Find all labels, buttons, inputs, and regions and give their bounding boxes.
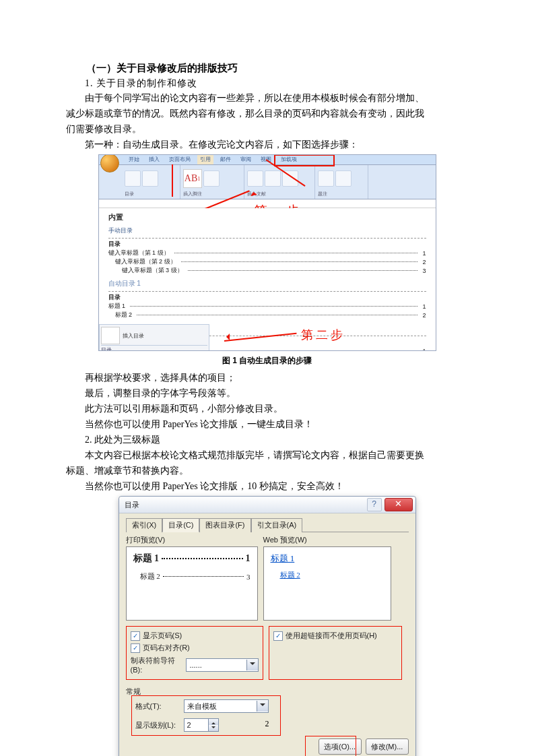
checkbox-right-align[interactable]: ✓	[131, 643, 140, 653]
toc-row: 键入章标题（第 3 级）	[122, 266, 183, 275]
checkbox-show-page[interactable]: ✓	[131, 631, 140, 641]
paragraph-line: 第一种：自动生成目录。在修改完论文内容后，如下图选择步骤：	[66, 137, 468, 152]
red-highlight-box: ✓显示页码(S) ✓页码右对齐(R) 制表符前导符(B): ......	[126, 626, 263, 680]
red-highlight-box	[274, 154, 335, 166]
chevron-down-icon	[246, 660, 258, 670]
chevron-down-icon	[257, 701, 268, 712]
web-preview-box: 标题 1 标题 2	[263, 546, 391, 621]
dialog-titlebar: 目录 ? ✕	[119, 497, 415, 513]
combo-value: 来自模板	[187, 701, 217, 712]
ribbon-button	[318, 170, 334, 187]
page-number: 2	[0, 719, 534, 729]
toc-page: 2	[422, 259, 426, 265]
toc-icon	[101, 327, 120, 344]
tab: 页面布局	[166, 155, 193, 164]
toc-page: 1	[422, 348, 426, 352]
red-annotation-line	[172, 164, 173, 197]
paragraph-line: 此方法可以引用标题和页码，小部分修改目录。	[66, 402, 468, 416]
combo-value: ......	[189, 661, 201, 669]
toc-gallery: 内置 手动目录 目录 键入章标题（第 1 级）1 键入章标题（第 2 级）2 键…	[99, 208, 436, 351]
toc-preset-label: 自动目录 1	[108, 279, 426, 288]
format-label: 格式(T):	[135, 701, 180, 712]
figure-caption: 图 1 自动生成目录的步骤	[66, 355, 468, 367]
web-preview-heading-2: 标题 2	[280, 570, 384, 580]
tab-citations[interactable]: 引文目录(A)	[251, 518, 303, 532]
red-highlight-box: ✓使用超链接而不使用页码(H)	[269, 626, 402, 680]
tab-leader-label: 制表符前导符(B):	[131, 656, 182, 674]
office-button-icon	[100, 154, 119, 172]
modify-button[interactable]: 修改(M)...	[366, 738, 409, 755]
gallery-section-label: 内置	[108, 212, 426, 222]
footnote-icon: AB1	[183, 169, 202, 188]
tab: 视图	[258, 155, 274, 164]
sub-heading-2: 2. 此处为三级标题	[66, 433, 468, 447]
paragraph-line: 们需要修改目录。	[66, 122, 468, 136]
sub-heading-1: 1. 关于目录的制作和修改	[66, 77, 468, 90]
section-heading: （一）关于目录修改后的排版技巧	[66, 62, 468, 75]
checkbox-label: 显示页码(S)	[143, 631, 182, 641]
insert-toc-panel: 插入目录 目录	[99, 324, 209, 351]
ribbon-group-label: 插入文献	[247, 191, 312, 197]
toc-preview: 目录 标题 11 标题 22	[108, 291, 426, 319]
paragraph-line: 本文内容已根据本校论文格式规范排版完毕，请撰写论文内容，根据自己需要更换	[66, 448, 468, 462]
preview-page: 3	[246, 573, 251, 581]
toc-page: 1	[422, 250, 426, 257]
tab-leader-combo[interactable]: ......	[186, 658, 258, 672]
toc-row: 标题 1	[108, 302, 126, 311]
options-button[interactable]: 选项(O)...	[319, 738, 362, 755]
dialog-tabs: 索引(X) 目录(C) 图表目录(F) 引文目录(A)	[126, 517, 409, 532]
web-preview-heading-1: 标题 1	[271, 553, 384, 565]
toc-dialog: 目录 ? ✕ 索引(X) 目录(C) 图表目录(F) 引文目录(A) 打印预览(…	[119, 496, 416, 756]
tab-active: 引用	[197, 155, 213, 164]
insert-toc-label: 插入目录	[123, 332, 144, 340]
toc-dropdown-icon	[125, 170, 141, 187]
print-preview-box: 标题 11 标题 23	[126, 546, 258, 621]
help-icon[interactable]: ?	[367, 498, 382, 511]
paragraph-line: 再根据学校要求，选择具体的项目；	[66, 371, 468, 385]
tab-figures[interactable]: 图表目录(F)	[199, 518, 251, 532]
ribbon-button	[265, 170, 281, 187]
toc-preview-title: 目录	[108, 240, 426, 249]
toc-preset-label: 手动目录	[108, 226, 426, 235]
ribbon-button	[247, 170, 263, 187]
red-arrow-icon	[224, 328, 298, 347]
paragraph-line: 由于每个同学写出的论文内容有一些差异，所以在使用本模板时候会有部分增加、	[66, 91, 468, 105]
checkbox-label: 使用超链接而不使用页码(H)	[286, 631, 377, 641]
paragraph-line: 当然你也可以使用 PaperYes 论文排版，一键生成目录！	[66, 417, 468, 431]
ribbon-button	[142, 170, 158, 187]
tab-index[interactable]: 索引(X)	[126, 518, 163, 532]
toc-row: 键入章标题（第 1 级）	[108, 249, 170, 257]
checkbox-label: 页码右对齐(R)	[143, 643, 190, 653]
ribbon-group-label: 题注	[318, 191, 365, 197]
preview-heading-2: 标题 2	[140, 571, 160, 581]
toc-page: 2	[422, 312, 426, 319]
tab: 开始	[126, 155, 142, 164]
format-combo[interactable]: 来自模板	[184, 699, 269, 713]
ribbon-button	[335, 170, 352, 187]
checkbox-hyperlinks[interactable]: ✓	[273, 631, 283, 641]
ribbon-button	[203, 170, 220, 187]
panel-footer-label: 目录	[101, 345, 207, 351]
ribbon-group-label: 目录	[125, 191, 177, 197]
close-icon[interactable]: ✕	[385, 498, 413, 511]
ribbon-group-label: 插入脚注	[183, 191, 241, 197]
toc-page: 1	[422, 303, 426, 310]
page: （一）关于目录修改后的排版技巧 1. 关于目录的制作和修改 由于每个同学写出的论…	[0, 0, 534, 756]
ribbon: 目录 AB1 插入脚注 插入文献	[99, 165, 436, 199]
toc-row: 键入章标题（第 2 级）	[115, 257, 176, 266]
paragraph-line: 最后，调整目录的字体字号段落等。	[66, 386, 468, 400]
web-preview-label: Web 预览(W)	[263, 535, 391, 545]
figure-word-ribbon: 开始 插入 页面布局 引用 邮件 审阅 视图 加载项 目录	[98, 154, 436, 351]
preview-page: 1	[246, 553, 251, 564]
dialog-title: 目录	[125, 500, 139, 510]
tab: 插入	[146, 155, 162, 164]
ribbon-tabs: 开始 插入 页面布局 引用 邮件 审阅 视图 加载项	[99, 155, 436, 165]
paragraph-line: 减少标题或章节的情况。既然内容有修改，那么目录的页码和内容就会有变动，因此我	[66, 106, 468, 121]
tab: 邮件	[218, 155, 234, 164]
tab-toc[interactable]: 目录(C)	[162, 518, 199, 532]
ribbon-button	[282, 170, 298, 187]
tab: 审阅	[238, 155, 254, 164]
general-label: 常规	[126, 687, 409, 697]
toc-preview-title: 目录	[108, 293, 426, 302]
print-preview-label: 打印预览(V)	[126, 535, 258, 545]
